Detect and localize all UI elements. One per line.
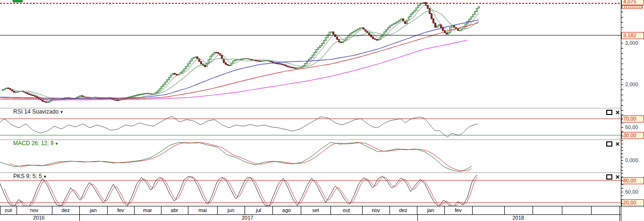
time-axis[interactable]: outnovdezjanfevmarabrmaijunjulagosetoutn…: [0, 206, 644, 221]
candle-down: [216, 52, 217, 53]
candle-up: [212, 54, 213, 56]
candle-up: [478, 7, 480, 8]
candle-up: [354, 31, 355, 32]
candle-up: [410, 14, 412, 17]
price-label: 0,000: [625, 157, 638, 163]
candle-up: [6, 88, 8, 89]
candle-down: [204, 65, 206, 67]
axis-tick: [621, 144, 623, 144]
candle-down: [272, 62, 274, 63]
axis-tick: [621, 164, 623, 164]
candle-down: [229, 65, 230, 66]
month-cell: nov: [362, 207, 390, 213]
candle-down: [295, 68, 297, 68]
candle-up: [210, 56, 212, 60]
candle-up: [391, 25, 393, 25]
month-row-baseline: [0, 214, 621, 215]
candle-up: [48, 102, 49, 102]
price-label-box: 80,00: [621, 177, 644, 184]
month-divider: [621, 206, 621, 214]
candle-up: [133, 96, 134, 96]
candle-up: [322, 43, 323, 46]
axis-tick: [621, 157, 623, 157]
candle-down: [427, 6, 429, 8]
candle-up: [191, 58, 193, 61]
candle-up: [450, 27, 451, 33]
candle-up: [206, 64, 208, 66]
axis-tick: [621, 64, 623, 64]
candle-up: [420, 4, 421, 5]
candle-up: [161, 87, 162, 89]
candle-up: [131, 97, 132, 97]
candle-up: [144, 94, 145, 94]
axis-tick: [621, 184, 623, 185]
candle-down: [291, 67, 293, 68]
candle-down: [36, 97, 38, 98]
candle-down: [271, 61, 272, 62]
month-cell: jul: [245, 207, 272, 213]
candle-up: [184, 69, 185, 71]
main-price-chart[interactable]: [0, 0, 621, 108]
candle-up: [390, 25, 391, 27]
macd-panel[interactable]: [0, 139, 621, 172]
axis-tick: [621, 131, 623, 132]
axis-tick: [621, 69, 623, 69]
candle-up: [352, 33, 353, 33]
axis-tick: [621, 188, 623, 188]
pks-panel[interactable]: [0, 172, 621, 206]
candle-up: [331, 32, 332, 33]
candle-up: [235, 60, 236, 61]
rsi-line: [0, 116, 477, 137]
candle-up: [310, 57, 312, 59]
candle-down: [44, 101, 45, 102]
year-label: 2018: [513, 215, 524, 221]
candle-up: [357, 29, 359, 30]
axis-tick: [621, 140, 623, 141]
candle-down: [333, 32, 334, 34]
candle-up: [448, 33, 449, 34]
candle-up: [314, 52, 315, 55]
rsi-panel[interactable]: [0, 108, 621, 139]
axis-tick: [621, 58, 623, 59]
candle-up: [189, 61, 191, 64]
candle-up: [439, 25, 440, 26]
candle-up: [163, 84, 164, 87]
candle-down: [284, 65, 285, 65]
candle-up: [305, 64, 306, 66]
candle-down: [29, 94, 30, 95]
month-cell: jun: [217, 207, 245, 213]
candle-down: [174, 73, 176, 74]
candle-up: [140, 94, 142, 95]
candle-down: [405, 21, 406, 24]
candle-up: [187, 64, 189, 67]
candle-down: [12, 90, 13, 91]
candle-down: [31, 95, 32, 95]
month-divider: [472, 206, 473, 214]
price-label-box: 20,00: [621, 199, 644, 206]
candle-down: [46, 102, 47, 102]
candle-up: [320, 46, 321, 48]
month-cell: out: [0, 207, 17, 213]
candle-up: [80, 96, 81, 97]
candle-down: [429, 8, 431, 14]
candle-up: [475, 11, 476, 14]
price-label: 50,00: [625, 189, 638, 195]
candle-up: [471, 17, 472, 19]
month-cell: nov: [17, 207, 52, 213]
candle-down: [293, 68, 295, 68]
axis-tick: [621, 110, 623, 111]
candle-up: [401, 19, 402, 20]
axis-tick: [621, 17, 623, 17]
candle-up: [356, 30, 357, 31]
candle-up: [242, 59, 244, 59]
clipped-price-label-box: [621, 5, 643, 9]
candle-down: [33, 95, 34, 96]
candle-up: [195, 57, 196, 58]
candle-down: [257, 61, 259, 61]
candle-up: [399, 20, 400, 22]
price-axis[interactable]: 70,0050,0030,000,00080,0050,0020,004,075…: [621, 0, 644, 221]
trading-chart-window: RSI 14 Suavizado MACD 26; 12; 9 PKS 9; 5…: [0, 0, 644, 221]
candle-up: [157, 91, 159, 92]
candle-up: [459, 31, 461, 31]
candle-up: [138, 94, 140, 95]
